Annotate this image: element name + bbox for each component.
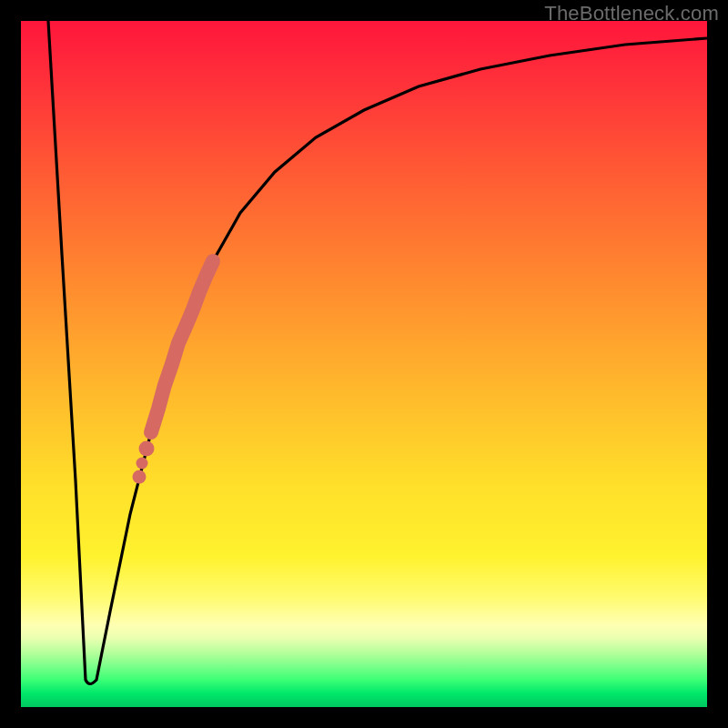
highlight-dot xyxy=(136,458,148,470)
highlight-dot xyxy=(139,441,155,457)
curve-layer xyxy=(21,21,707,707)
bottleneck-curve xyxy=(48,21,707,684)
highlight-segment xyxy=(151,261,213,432)
chart-frame: TheBottleneck.com xyxy=(0,0,728,728)
highlight-dot xyxy=(133,470,147,484)
plot-area xyxy=(21,21,707,707)
watermark-text: TheBottleneck.com xyxy=(544,2,719,25)
